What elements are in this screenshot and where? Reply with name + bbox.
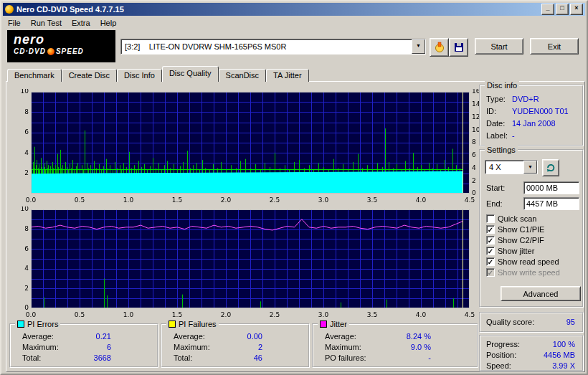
po-failures-row: PO failures:- (313, 353, 477, 363)
quality-score-label: Quality score: (486, 318, 534, 326)
average-row: Average:8.24 % (313, 332, 477, 341)
menu-run-test[interactable]: Run Test (26, 17, 67, 29)
total-value: 3668 (94, 353, 111, 362)
date-row: Date:14 Jan 2008 (480, 119, 582, 128)
start-button[interactable]: Start (475, 38, 523, 54)
maximum-value: 6 (107, 343, 111, 351)
jitter-swatch-icon (320, 321, 327, 328)
advanced-button[interactable]: Advanced (501, 286, 581, 301)
tab-strip: BenchmarkCreate DiscDisc InfoDisc Qualit… (7, 67, 309, 82)
checkbox-label-show-c2-pif: Show C2/PIF (498, 236, 544, 245)
jitter-group: Jitter Average:8.24 %Maximum:9.0 %PO fai… (312, 323, 478, 368)
po-failures-label: PO failures: (325, 353, 366, 362)
pi-errors-group: PI Errors Average:0.21Maximum:6Total:366… (9, 323, 158, 368)
label-row: Label:- (480, 131, 582, 141)
progress-row: Progress:100 % (480, 340, 582, 349)
speed-label: Speed: (486, 361, 511, 370)
date-label: Date: (486, 119, 505, 128)
pi-errors-title: PI Errors (27, 320, 58, 328)
checkbox-box-show-read-speed[interactable]: ✓ (486, 257, 495, 266)
total-label: Total: (174, 353, 192, 362)
pi-failures-title: PI Failures (179, 320, 217, 328)
id-value: YUDEN000 T01 (512, 107, 569, 115)
checkbox-show-write-speed: ✓Show write speed (486, 267, 560, 277)
tab-benchmark[interactable]: Benchmark (7, 69, 62, 82)
nero-logo: nero CD·DVD SPEED (7, 30, 115, 62)
tab-ta-jitter[interactable]: TA Jitter (266, 69, 309, 82)
minimize-button[interactable]: _ (541, 4, 554, 15)
logo-text-cddvd: CD·DVD (14, 47, 46, 55)
average-label: Average: (22, 332, 54, 341)
id-label: ID: (486, 107, 496, 115)
checkbox-show-jitter[interactable]: ✓Show jitter (486, 246, 534, 255)
position-value: 4456 MB (544, 351, 575, 359)
menu-file[interactable]: File (3, 17, 26, 29)
disc-quality-panel: PI Errors Average:0.21Maximum:6Total:366… (6, 81, 585, 372)
disc-info-title: Disc info (487, 81, 517, 90)
average-label: Average: (174, 332, 205, 341)
title-bar: Nero CD-DVD Speed 4.7.7.15 _ □ × (3, 3, 585, 16)
checkbox-box-show-c2-pif[interactable]: ✓ (486, 236, 495, 245)
average-value: 0.21 (96, 332, 111, 341)
jitter-group-title: Jitter (318, 319, 349, 328)
nero-flame-icon (47, 48, 54, 55)
options-button[interactable] (430, 38, 449, 57)
average-label: Average: (325, 332, 356, 341)
checkbox-quick-scan[interactable]: Quick scan (486, 214, 536, 223)
tab-create-disc[interactable]: Create Disc (62, 69, 117, 82)
progress-label: Progress: (486, 340, 520, 348)
maximum-row: Maximum:2 (162, 343, 308, 352)
checkbox-label-show-read-speed: Show read speed (498, 257, 559, 266)
pi-failures-group: PI Failures Average:0.00Maximum:2Total:4… (161, 323, 310, 368)
settings-group: Settings 4 X ▼ Start: End: Quick scan✓Sh… (479, 149, 584, 308)
pi-errors-group-title: PI Errors (15, 319, 60, 328)
app-window: Nero CD-DVD Speed 4.7.7.15 _ □ × FileRun… (0, 0, 588, 375)
exit-button[interactable]: Exit (530, 38, 579, 54)
nero-app-icon (5, 5, 14, 14)
close-button[interactable]: × (570, 4, 583, 15)
floppy-icon (453, 42, 465, 53)
maximize-button[interactable]: □ (556, 4, 569, 15)
pi-errors-swatch-icon (17, 321, 24, 328)
tab-disc-info[interactable]: Disc Info (117, 69, 162, 82)
date-value: 14 Jan 2008 (512, 119, 556, 128)
po-failures-value: - (428, 353, 431, 362)
id-row: ID:YUDEN000 T01 (480, 107, 582, 116)
tab-disc-quality[interactable]: Disc Quality (162, 66, 219, 82)
checkbox-box-show-write-speed: ✓ (486, 268, 495, 277)
pi-failures-group-title: PI Failures (166, 319, 219, 328)
checkbox-show-c2-pif[interactable]: ✓Show C2/PIF (486, 235, 544, 245)
total-row: Total:3668 (11, 353, 157, 363)
total-label: Total: (22, 353, 41, 362)
maximum-row: Maximum:9.0 % (313, 343, 477, 352)
checkbox-show-c1-pie[interactable]: ✓Show C1/PIE (486, 224, 544, 234)
logo-text-nero: nero (14, 34, 109, 46)
progress-group: Progress:100 %Position:4456 MBSpeed:3.99… (479, 335, 584, 371)
checkbox-box-show-jitter[interactable]: ✓ (486, 247, 495, 255)
average-row: Average:0.21 (11, 332, 157, 341)
pi-errors-chart (8, 89, 480, 207)
type-value: DVD+R (512, 95, 539, 103)
position-label: Position: (486, 351, 516, 359)
quality-score-value: 95 (566, 318, 575, 326)
menu-bar: FileRun TestExtraHelp (3, 16, 585, 29)
progress-value: 100 % (553, 340, 575, 348)
speed-row: Speed:3.99 X (480, 361, 582, 371)
save-button[interactable] (449, 38, 468, 57)
checkbox-show-read-speed[interactable]: ✓Show read speed (486, 257, 559, 266)
checkbox-box-show-c1-pie[interactable]: ✓ (486, 225, 495, 234)
drive-select-arrow-icon[interactable]: ▼ (412, 39, 425, 54)
average-row: Average:0.00 (162, 332, 308, 341)
jitter-chart (8, 207, 480, 321)
tab-scandisc[interactable]: ScanDisc (219, 69, 266, 82)
position-row: Position:4456 MB (480, 351, 582, 360)
menu-help[interactable]: Help (95, 17, 122, 29)
maximum-value: 2 (258, 343, 262, 351)
drive-select[interactable]: [3:2] LITE-ON DVDRW SHM-165P6S MS0R ▼ (120, 39, 426, 54)
maximum-value: 9.0 % (411, 343, 431, 351)
pi-failures-swatch-icon (169, 321, 176, 328)
type-label: Type: (486, 95, 506, 103)
checkbox-box-quick-scan[interactable] (486, 214, 495, 223)
average-value: 0.00 (247, 332, 262, 341)
menu-extra[interactable]: Extra (67, 17, 95, 29)
